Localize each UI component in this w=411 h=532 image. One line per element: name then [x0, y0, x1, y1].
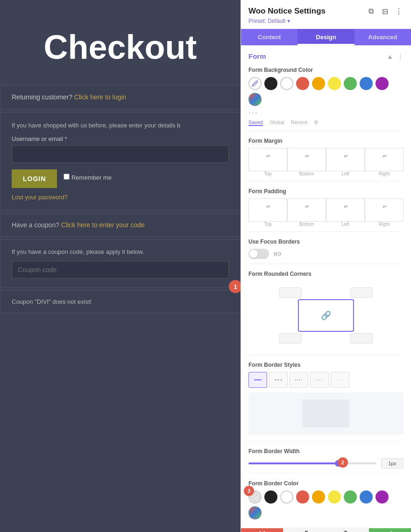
- color-black[interactable]: [264, 77, 277, 90]
- border-color-red[interactable]: [296, 490, 309, 504]
- settings-body: Form ▲ ⋮ Form Background Color ··· Saved: [241, 46, 411, 528]
- rc-br-input[interactable]: 0px: [350, 333, 373, 343]
- tabs-row: Content Design Advanced: [241, 29, 411, 45]
- border-solid[interactable]: [248, 372, 267, 388]
- color-yellow[interactable]: [328, 77, 341, 90]
- padding-bottom[interactable]: [290, 212, 324, 217]
- border-preview: [248, 392, 404, 434]
- margin-label: Form Margin: [248, 138, 404, 144]
- color-orange[interactable]: [312, 77, 325, 90]
- remember-checkbox[interactable]: [64, 174, 70, 180]
- tab-content[interactable]: Content: [241, 29, 298, 45]
- color-settings-icon[interactable]: ⚙: [314, 119, 319, 126]
- color-purple[interactable]: [376, 77, 389, 90]
- rounded-corners-label: Form Rounded Corners: [248, 271, 404, 277]
- username-input[interactable]: [12, 145, 229, 163]
- tab-design[interactable]: Design: [298, 29, 354, 45]
- border-none[interactable]: [331, 372, 349, 388]
- global-tab[interactable]: Global: [269, 119, 284, 126]
- margin-inputs: ⇄ ⇄ ⇄ ⇄: [248, 148, 404, 171]
- coupon-bar: Have a coupon? Click here to enter your …: [0, 213, 241, 237]
- rounded-corners-grid: 0px 0px 🔗 0px 0px: [248, 281, 404, 350]
- settings-title: Woo Notice Settings: [248, 7, 326, 16]
- coupon-link[interactable]: Click here to enter your code: [61, 221, 145, 229]
- padding-right[interactable]: [367, 212, 401, 217]
- checkout-title: Checkout: [0, 0, 241, 85]
- margin-bottom[interactable]: [290, 161, 324, 167]
- color-white[interactable]: [280, 77, 293, 90]
- border-width-value[interactable]: 1px: [381, 458, 404, 469]
- color-red[interactable]: [296, 77, 309, 90]
- recent-tab[interactable]: Recent: [291, 119, 307, 126]
- border-dotted[interactable]: [310, 372, 329, 388]
- padding-label: Form Padding: [248, 188, 404, 195]
- columns-icon[interactable]: ⊟: [380, 7, 390, 16]
- color-picker-swatch[interactable]: [248, 77, 262, 90]
- tab-advanced[interactable]: Advanced: [354, 29, 411, 45]
- rc-bl-input[interactable]: 0px: [279, 333, 302, 343]
- border-width-label: Form Border Width: [248, 448, 404, 455]
- border-color-green[interactable]: [344, 490, 357, 504]
- preset-row[interactable]: Preset: Default ▾: [248, 18, 404, 24]
- more-icon[interactable]: ⋮: [394, 7, 404, 16]
- color-swatches: [248, 77, 404, 106]
- border-color-orange[interactable]: [312, 490, 325, 504]
- rc-tr-input[interactable]: 0px: [350, 287, 373, 298]
- badge-1: 1: [229, 280, 241, 293]
- border-color-white[interactable]: [280, 490, 293, 504]
- rc-visual: 0px 0px 🔗 0px 0px: [279, 287, 373, 343]
- svg-rect-0: [254, 379, 262, 380]
- login-button[interactable]: LOGIN: [12, 169, 57, 188]
- window-icon[interactable]: ⧉: [366, 7, 376, 16]
- remember-label: Remember me: [64, 174, 112, 181]
- border-styles-label: Form Border Styles: [248, 362, 404, 368]
- margin-right[interactable]: [367, 161, 401, 167]
- focus-borders-label: Use Focus Borders: [248, 238, 404, 245]
- color-tab-row: Saved Global Recent ⚙: [248, 119, 404, 126]
- settings-header: Woo Notice Settings ⧉ ⊟ ⋮ Preset: Defaul…: [241, 0, 411, 46]
- border-color-black[interactable]: [264, 490, 277, 504]
- slider-thumb[interactable]: 2: [335, 460, 341, 467]
- login-link[interactable]: Click here to login: [74, 93, 126, 101]
- toggle-knob: [249, 250, 258, 258]
- checkout-page: Checkout Returning customer? Click here …: [0, 0, 241, 532]
- margin-top[interactable]: [251, 161, 285, 167]
- saved-tab[interactable]: Saved: [248, 119, 263, 126]
- section-more-icon[interactable]: ⋮: [397, 53, 404, 60]
- undo-button[interactable]: ↺: [283, 528, 326, 532]
- border-color-blue[interactable]: [360, 490, 373, 504]
- close-button[interactable]: ✕: [241, 528, 283, 532]
- coupon-input[interactable]: [12, 261, 229, 279]
- confirm-button[interactable]: ✓: [369, 528, 411, 532]
- margin-left[interactable]: [328, 161, 362, 167]
- rc-tl-input[interactable]: 0px: [279, 287, 302, 298]
- bg-color-label: Form Background Color: [248, 67, 404, 73]
- coupon-code-section: If you have a coupon code, please apply …: [0, 239, 241, 287]
- login-desc: If you have shopped with us before, plea…: [12, 122, 229, 129]
- color-gradient[interactable]: [248, 93, 262, 106]
- redo-button[interactable]: ↻: [326, 528, 369, 532]
- border-width-slider[interactable]: 2: [248, 462, 376, 464]
- border-color-yellow[interactable]: [328, 490, 341, 504]
- username-label: Username or email *: [12, 135, 229, 142]
- login-form: If you have shopped with us before, plea…: [0, 112, 241, 210]
- focus-toggle[interactable]: [248, 249, 269, 259]
- border-color-gradient[interactable]: [248, 506, 262, 519]
- bottom-toolbar: ✕ ↺ ↻ ✓: [241, 528, 411, 532]
- focus-toggle-wrap: NO: [248, 249, 404, 259]
- slider-fill: [248, 462, 338, 464]
- lost-password-link[interactable]: Lost your password?: [12, 194, 229, 201]
- collapse-icon[interactable]: ▲: [387, 53, 393, 60]
- color-blue[interactable]: [360, 77, 373, 90]
- border-color-purple[interactable]: [376, 490, 389, 504]
- color-green[interactable]: [344, 77, 357, 90]
- padding-left[interactable]: [328, 212, 362, 217]
- color-more[interactable]: ···: [248, 108, 404, 118]
- border-dashed-2[interactable]: [290, 372, 308, 388]
- border-styles-row: [248, 372, 404, 388]
- border-dashed-1[interactable]: [269, 372, 288, 388]
- border-preview-inner: [303, 399, 349, 427]
- padding-top[interactable]: [251, 212, 285, 217]
- border-color-swatches: 3: [248, 490, 404, 519]
- rc-link-icon[interactable]: 🔗: [321, 310, 331, 321]
